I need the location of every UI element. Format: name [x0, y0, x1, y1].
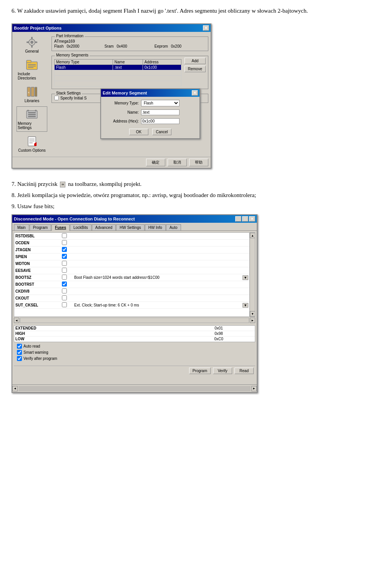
fuse-check-spien[interactable]	[55, 253, 73, 260]
fuse-check-wdton[interactable]	[55, 260, 73, 267]
stack-settings-label: Stack Settings	[55, 91, 82, 95]
checkbox-bootsz[interactable]	[62, 275, 67, 280]
address-input[interactable]	[141, 118, 180, 124]
checkbox-sut-cksel[interactable]	[62, 302, 67, 307]
checkbox-jtagen[interactable]	[62, 247, 67, 252]
checkbox-ckdiv8[interactable]	[62, 288, 67, 293]
svg-point-1	[30, 41, 33, 44]
checkbox-ocden[interactable]	[62, 240, 67, 245]
scroll-nav: ◄ ►	[14, 318, 255, 323]
verify-btn[interactable]: Verify	[213, 368, 232, 374]
verify-after-checkbox[interactable]	[17, 356, 22, 361]
tab-program[interactable]: Program	[30, 224, 51, 230]
program-btn[interactable]: Program	[189, 368, 211, 374]
sut-cksel-dropdown-icon[interactable]: ▼	[243, 303, 248, 308]
bootsz-dropdown-icon[interactable]: ▼	[243, 275, 248, 280]
fuse-check-sut-cksel[interactable]	[55, 302, 73, 309]
sidebar-item-libraries[interactable]: K Libraries	[17, 84, 47, 105]
sidebar-item-general[interactable]: General	[17, 34, 47, 55]
sidebar-item-memory[interactable]: Memory Settings	[17, 106, 47, 132]
step8-section: 8. Jeżeli kompilacja się powiedzie, otwó…	[12, 192, 357, 199]
checkbox-spien[interactable]	[62, 254, 67, 259]
avr-minimize-btn[interactable]: _	[235, 216, 241, 222]
checkbox-wdton[interactable]	[62, 261, 67, 266]
tab-auto[interactable]: Auto	[166, 224, 181, 230]
tab-hwsettings[interactable]: HW Settings	[116, 224, 145, 230]
fuse-check-bootsz[interactable]	[55, 274, 73, 281]
tab-main[interactable]: Main	[14, 224, 29, 230]
read-btn[interactable]: Read	[234, 368, 254, 374]
row-type: Flash	[55, 65, 113, 70]
edit-memory-titlebar: Edit Memory Segment ✕	[101, 89, 199, 97]
fuse-row-ckout: CKOUT	[14, 295, 249, 302]
edit-cancel-btn[interactable]: Cancel	[152, 129, 171, 135]
sidebar-item-include[interactable]: Include Directories	[17, 57, 47, 82]
folder-icon	[26, 59, 38, 71]
address-row: Address (Hex):	[104, 118, 196, 124]
edit-ok-btn[interactable]: OK	[129, 129, 148, 135]
memory-type-row: Memory Type: Flash	[104, 100, 196, 106]
svg-rect-12	[31, 87, 34, 96]
avr-scroll-right[interactable]: ►	[251, 386, 257, 391]
edit-memory-footer: OK Cancel	[101, 127, 199, 138]
fuse-val-eesave	[73, 267, 249, 274]
horizontal-scroll-track	[20, 318, 249, 323]
name-input[interactable]	[141, 109, 180, 115]
tab-hwinfo[interactable]: HW Info	[145, 224, 166, 230]
fuse-check-rstdisbl[interactable]	[55, 233, 73, 240]
avr-maximize-btn[interactable]: □	[242, 216, 248, 222]
fuse-val-rstdisbl	[73, 233, 249, 240]
fuse-check-bootrst[interactable]	[55, 281, 73, 288]
sidebar-item-custom[interactable]: Custom Options	[17, 133, 47, 154]
auto-read-row: Auto read	[17, 344, 252, 349]
fuse-check-eesave[interactable]	[55, 267, 73, 274]
fuse-val-value-high: 0x98	[183, 331, 255, 336]
scroll-track	[250, 238, 255, 311]
checkbox-eesave[interactable]	[62, 268, 67, 273]
edit-memory-content: Memory Type: Flash Name:	[101, 97, 199, 127]
memory-table-container: Memory Type Name Address Flash .text	[54, 58, 181, 86]
fuse-check-ckout[interactable]	[55, 295, 73, 302]
avr-scroll-left[interactable]: ◄	[12, 386, 18, 391]
part-info-group: Part Information ATmega169 Flash 0x2000 …	[52, 36, 208, 51]
scroll-up-btn[interactable]: ▲	[250, 233, 255, 238]
help-btn-main[interactable]: 帮助	[189, 159, 208, 166]
fuse-name-ckout: CKOUT	[14, 295, 55, 302]
scroll-left-btn[interactable]: ◄	[14, 318, 19, 323]
cancel-btn-main[interactable]: 取消	[168, 159, 187, 166]
table-row[interactable]: Flash .text 0x1c00	[55, 65, 181, 70]
tab-fuses[interactable]: Fuses	[52, 224, 70, 231]
smart-warning-checkbox[interactable]	[17, 350, 22, 355]
memory-icon	[26, 108, 38, 121]
step7-label: 7. Naciśnij przycisk	[12, 181, 58, 187]
tab-advanced[interactable]: Advanced	[92, 224, 116, 230]
svg-rect-18	[28, 116, 36, 117]
edit-close-btn[interactable]: ✕	[192, 90, 198, 96]
fuse-name-bootsz: BOOTSZ	[14, 274, 55, 281]
memory-row: Memory Type Name Address Flash .text	[54, 58, 206, 86]
close-btn[interactable]: ✕	[203, 25, 209, 31]
specify-initial-checkbox[interactable]	[54, 96, 59, 100]
sram-val: 0x400	[117, 44, 151, 48]
bootldr-main: Part Information ATmega169 Flash 0x2000 …	[52, 34, 208, 154]
scroll-down-btn[interactable]: ▼	[250, 311, 255, 316]
add-btn[interactable]: Add	[184, 58, 206, 64]
avr-close-btn[interactable]: ✕	[249, 216, 255, 222]
fuse-check-jtagen[interactable]	[55, 247, 73, 253]
checkbox-ckout[interactable]	[62, 295, 67, 300]
fuse-check-ckdiv8[interactable]	[55, 288, 73, 295]
fuse-check-ocden[interactable]	[55, 240, 73, 247]
tab-lockbits[interactable]: LockBits	[70, 224, 91, 230]
fuse-table-wrapper: RSTDISBL OCDEN JTAGEN	[14, 232, 255, 317]
auto-read-checkbox[interactable]	[17, 344, 22, 349]
avr-bottom-scrollbar: ◄ ►	[12, 384, 257, 392]
fuse-values-area: EXTENDED 0x01 HIGH 0x98 LOW 0xC0	[14, 325, 255, 342]
remove-btn[interactable]: Remove	[184, 66, 206, 72]
checkbox-rstdisbl[interactable]	[62, 233, 67, 238]
ok-btn-main[interactable]: 确定	[146, 159, 165, 166]
memory-type-select[interactable]: Flash	[141, 100, 180, 106]
scroll-right-btn[interactable]: ►	[250, 318, 255, 323]
avr-studio-dialog: Disconnected Mode - Open Connection Dial…	[12, 214, 258, 393]
checkbox-bootrst[interactable]	[62, 282, 67, 287]
verify-after-row: Verify after program	[17, 356, 252, 361]
